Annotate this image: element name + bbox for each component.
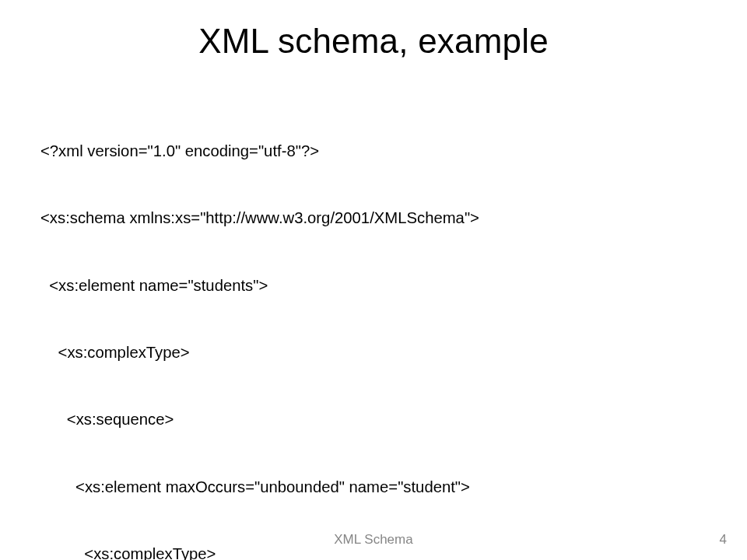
code-block: <?xml version="1.0" encoding="utf-8"?> <… [40,95,707,560]
slide: XML schema, example <?xml version="1.0" … [0,0,747,560]
slide-title: XML schema, example [0,22,747,61]
code-line: <xs:schema xmlns:xs="http://www.w3.org/2… [40,207,707,229]
code-line: <xs:element name="students"> [40,275,707,297]
code-line: <xs:sequence> [40,408,707,431]
code-line: <xs:element maxOccurs="unbounded" name="… [40,476,707,499]
footer-label: XML Schema [0,532,747,548]
code-line: <?xml version="1.0" encoding="utf-8"?> [40,140,707,163]
page-number: 4 [720,532,727,548]
code-line: <xs:complexType> [40,341,707,364]
